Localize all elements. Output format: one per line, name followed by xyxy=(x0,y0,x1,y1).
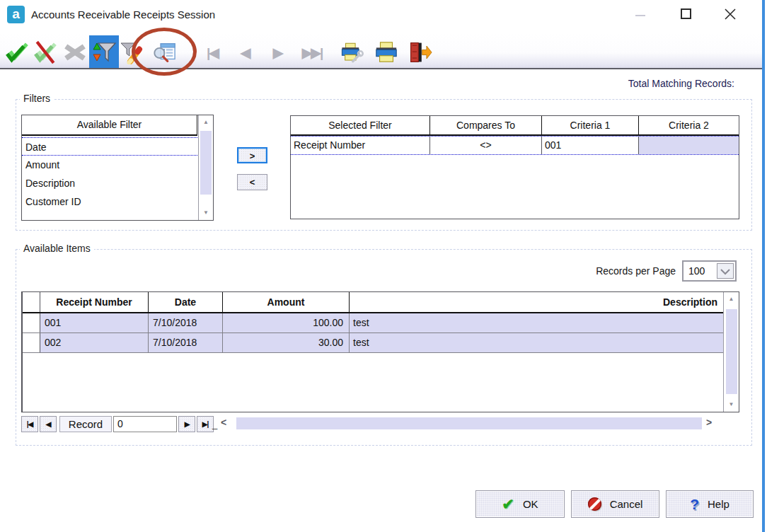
cell-date[interactable]: 7/10/2018 xyxy=(149,333,223,352)
next-record-button[interactable]: ▶ xyxy=(178,416,195,432)
scroll-down-icon[interactable]: ▼ xyxy=(199,207,213,219)
column-header-compares-to: Compares To xyxy=(430,116,542,134)
column-header-date: Date xyxy=(149,292,223,312)
cell-amount[interactable]: 30.00 xyxy=(223,333,350,352)
app-icon: a xyxy=(7,6,25,23)
scrollbar-thumb[interactable] xyxy=(200,131,212,195)
records-per-page-value: 100 xyxy=(688,265,705,277)
first-record-button[interactable]: |◀ xyxy=(21,416,38,432)
record-label: Record xyxy=(59,416,112,432)
first-record-icon: |◀ xyxy=(200,40,225,65)
available-filter-scrollbar[interactable]: ▲ ▼ xyxy=(198,115,213,220)
prior-record-icon: ◀ xyxy=(232,40,258,65)
text-caret: _ xyxy=(212,419,217,429)
dialog-accounts-receivable-receipts-session: a Accounts Receivable Receipts Session xyxy=(0,0,767,532)
maximize-button[interactable] xyxy=(681,8,691,19)
column-header-criteria-2: Criteria 2 xyxy=(639,116,739,134)
cell-receipt-number[interactable]: 001 xyxy=(40,313,149,332)
scroll-up-icon[interactable]: ▲ xyxy=(199,117,213,128)
column-header-receipt-number: Receipt Number xyxy=(40,292,149,312)
prior-record-button[interactable]: ◀ xyxy=(40,416,57,432)
accept-icon[interactable] xyxy=(4,40,30,65)
move-filter-left-button[interactable]: < xyxy=(237,174,267,190)
available-items-table[interactable]: Receipt Number Date Amount Description 0… xyxy=(21,291,739,412)
ok-button[interactable]: ✔ OK xyxy=(475,490,565,518)
cancel-button[interactable]: Cancel xyxy=(571,490,659,518)
delete-icon xyxy=(62,40,88,65)
cell-amount[interactable]: 100.00 xyxy=(223,313,350,332)
search-icon[interactable] xyxy=(151,40,177,65)
selected-filter-header-row: Selected Filter Compares To Criteria 1 C… xyxy=(291,116,739,136)
list-item-date[interactable]: Date xyxy=(22,137,197,156)
scroll-down-icon[interactable]: ▼ xyxy=(724,399,739,410)
list-item-description[interactable]: Description xyxy=(22,174,197,192)
records-per-page: Records per Page 100 xyxy=(596,260,737,282)
horizontal-scrollbar[interactable] xyxy=(236,417,702,429)
scroll-right-icon[interactable]: > xyxy=(706,417,712,428)
filters-group-label: Filters xyxy=(20,93,54,104)
close-button[interactable] xyxy=(722,6,739,23)
list-item-amount[interactable]: Amount xyxy=(22,156,197,174)
clear-filter-icon[interactable] xyxy=(119,40,144,65)
move-filter-right-button[interactable]: > xyxy=(237,147,267,163)
check-icon: ✔ xyxy=(502,496,514,513)
next-record-icon: ▶ xyxy=(265,40,290,65)
table-row[interactable]: 001 7/10/2018 100.00 test xyxy=(23,313,739,333)
sort-filter-icon[interactable] xyxy=(89,35,119,68)
titlebar[interactable]: a Accounts Receivable Receipts Session xyxy=(0,0,761,31)
row-selector-header xyxy=(23,292,40,312)
window-border xyxy=(762,0,765,532)
records-per-page-label: Records per Page xyxy=(596,265,676,277)
selected-filter-row[interactable]: Receipt Number <> 001 xyxy=(291,136,739,155)
list-item-customer-id[interactable]: Customer ID xyxy=(22,192,197,211)
column-header-amount: Amount xyxy=(223,292,350,312)
available-items-group-label: Available Items xyxy=(20,243,94,254)
help-button[interactable]: ? Help xyxy=(666,490,754,518)
no-entry-icon xyxy=(588,497,601,511)
help-button-label: Help xyxy=(708,498,729,510)
table-row[interactable]: 002 7/10/2018 30.00 test xyxy=(23,333,739,353)
question-mark-icon: ? xyxy=(690,496,699,513)
record-number-input[interactable]: 0 xyxy=(113,416,177,432)
cancel-changes-icon[interactable] xyxy=(33,40,58,65)
available-filter-header: Available Filter xyxy=(22,115,197,136)
last-record-icon: ▶▶| xyxy=(296,40,328,65)
cell-receipt-number[interactable]: 002 xyxy=(40,333,149,352)
window-title: Accounts Receivable Receipts Session xyxy=(31,8,215,21)
row-selector[interactable] xyxy=(23,313,40,332)
records-per-page-select[interactable]: 100 xyxy=(682,260,737,282)
scroll-up-icon[interactable]: ▲ xyxy=(724,294,739,305)
column-header-description: Description xyxy=(350,292,723,312)
scrollbar-thumb[interactable] xyxy=(726,309,737,394)
column-header-criteria-1: Criteria 1 xyxy=(542,116,639,134)
available-filter-list[interactable]: Available Filter Date Amount Description… xyxy=(21,115,214,221)
cell-description[interactable]: test xyxy=(350,333,723,352)
items-vertical-scrollbar[interactable]: ▲ ▼ xyxy=(723,292,739,412)
ok-button-label: OK xyxy=(523,498,538,510)
column-header-selected-filter: Selected Filter xyxy=(291,116,430,134)
cancel-button-label: Cancel xyxy=(610,498,643,510)
exit-icon[interactable] xyxy=(406,40,434,65)
cell-criteria-2[interactable] xyxy=(639,137,739,154)
selected-filter-table[interactable]: Selected Filter Compares To Criteria 1 C… xyxy=(290,115,739,219)
print-setup-icon[interactable] xyxy=(337,40,367,65)
cell-date[interactable]: 7/10/2018 xyxy=(149,313,223,332)
minimize-button[interactable] xyxy=(635,15,645,16)
total-matching-records-label: Total Matching Records: xyxy=(628,78,734,89)
cell-compares-to[interactable]: <> xyxy=(430,137,542,154)
items-header-row: Receipt Number Date Amount Description xyxy=(23,292,739,313)
chevron-down-icon[interactable] xyxy=(717,263,734,279)
scroll-left-icon[interactable]: < xyxy=(221,417,226,428)
cell-description[interactable]: test xyxy=(350,313,723,332)
cell-selected-filter[interactable]: Receipt Number xyxy=(291,137,430,154)
cell-criteria-1[interactable]: 001 xyxy=(542,137,639,154)
print-icon[interactable] xyxy=(372,40,400,65)
last-record-button[interactable]: ▶| xyxy=(197,416,214,432)
row-selector[interactable] xyxy=(23,333,40,352)
